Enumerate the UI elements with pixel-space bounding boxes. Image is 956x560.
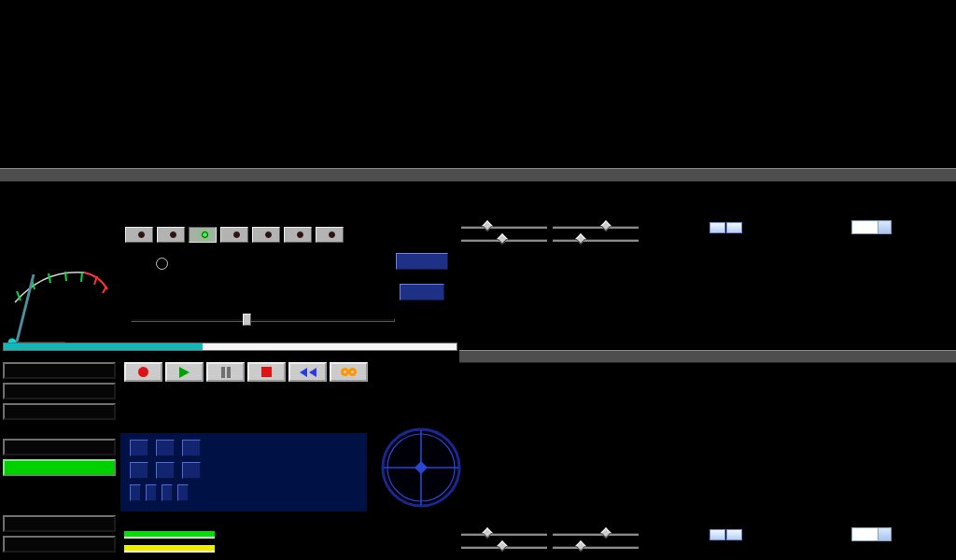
soundcard-button[interactable] xyxy=(3,362,116,379)
spectrum-range-slider[interactable] xyxy=(553,236,639,245)
dsp-row xyxy=(130,484,367,501)
rf-waterfall[interactable] xyxy=(467,246,949,349)
cpu-total-meter xyxy=(124,545,221,553)
overview-spectrum-canvas[interactable] xyxy=(0,182,956,219)
cw-fullbw-button[interactable] xyxy=(177,484,189,501)
slider-handle[interactable] xyxy=(575,233,585,244)
freqmgr-button[interactable] xyxy=(396,253,448,270)
pause-button[interactable] xyxy=(206,362,245,382)
rewind-button[interactable] xyxy=(288,362,327,382)
cpu-hdsdr-bar xyxy=(124,531,215,539)
despread-button[interactable] xyxy=(182,462,201,479)
s-meter-tick-red xyxy=(103,287,106,293)
overview-waterfall[interactable] xyxy=(0,0,956,168)
agc-button[interactable] xyxy=(156,462,175,479)
cw-zap-button[interactable] xyxy=(130,484,141,501)
stop-button[interactable] xyxy=(247,362,286,382)
rf-spectrum[interactable] xyxy=(467,364,949,525)
s-meter-tick-red xyxy=(94,276,97,285)
cpu-total-bar xyxy=(124,545,215,553)
rbw-increase-icon[interactable] xyxy=(726,529,742,540)
mute-button[interactable] xyxy=(130,462,148,479)
waterfall-control-bar-top xyxy=(459,220,956,247)
dsp-row xyxy=(130,440,367,456)
rbw-spinner xyxy=(710,222,742,233)
playback-progress-bar[interactable] xyxy=(3,343,457,351)
slider-handle[interactable] xyxy=(600,527,611,538)
chevron-down-icon[interactable] xyxy=(878,221,891,233)
s-meter-tick xyxy=(65,272,66,281)
play-icon xyxy=(179,367,190,378)
slider-handle[interactable] xyxy=(497,540,507,551)
mode-button-row xyxy=(125,227,344,243)
lo-channel-badge xyxy=(156,258,168,270)
waterfall-brightness-slider[interactable] xyxy=(461,530,547,539)
volume-slider[interactable] xyxy=(131,314,395,326)
waterfall-control-bar-bottom xyxy=(459,527,956,554)
led-icon xyxy=(202,231,208,238)
rbw-decrease-icon[interactable] xyxy=(710,529,725,540)
led-icon xyxy=(170,231,176,238)
led-icon xyxy=(297,231,303,238)
s-meter[interactable] xyxy=(2,231,120,353)
slider-handle[interactable] xyxy=(497,233,507,244)
dsp-row xyxy=(130,462,367,479)
mode-button-drm[interactable] xyxy=(316,227,344,243)
record-icon xyxy=(138,367,148,377)
rbw-increase-icon[interactable] xyxy=(726,222,742,233)
options-button[interactable] xyxy=(3,403,116,420)
rewind-icon xyxy=(309,368,316,377)
avg-dropdown[interactable] xyxy=(851,220,892,234)
chevron-down-icon[interactable] xyxy=(878,528,891,540)
mode-button-usb[interactable] xyxy=(252,227,280,243)
cpu-hdsdr-meter xyxy=(124,531,221,539)
minimize-button[interactable] xyxy=(3,515,116,532)
slider-track xyxy=(461,533,547,536)
mode-button-ecss[interactable] xyxy=(157,227,185,243)
slider-handle[interactable] xyxy=(482,220,492,231)
slider-handle[interactable] xyxy=(600,220,611,231)
slider-track xyxy=(553,533,639,536)
nb-button[interactable] xyxy=(156,440,175,456)
spectrum-gain-slider[interactable] xyxy=(461,236,547,245)
volume-slider-handle[interactable] xyxy=(243,314,251,326)
mode-button-fm[interactable] xyxy=(189,227,217,243)
loop-icon xyxy=(348,368,357,376)
extio-button[interactable] xyxy=(400,284,444,301)
rbw-decrease-icon[interactable] xyxy=(710,222,725,233)
led-icon xyxy=(138,231,145,238)
nr-button[interactable] xyxy=(130,440,148,456)
info-update-button[interactable] xyxy=(3,439,116,455)
record-button[interactable] xyxy=(124,362,162,382)
stop-icon xyxy=(261,367,272,377)
cw-afc-button[interactable] xyxy=(146,484,157,501)
dsp-panel xyxy=(120,433,367,511)
playback-progress-fill xyxy=(4,343,203,350)
spectrum-gain-slider[interactable] xyxy=(461,543,547,552)
spectrum-range-slider[interactable] xyxy=(553,543,639,552)
notch-button[interactable] xyxy=(182,440,201,456)
slider-handle[interactable] xyxy=(482,527,492,538)
waterfall-brightness-slider[interactable] xyxy=(461,223,547,231)
play-button[interactable] xyxy=(165,362,204,382)
exit-button[interactable] xyxy=(3,536,116,553)
waterfall-contrast-slider[interactable] xyxy=(553,530,639,539)
rf-frequency-scale[interactable] xyxy=(459,350,956,363)
mode-button-am[interactable] xyxy=(125,227,153,243)
cw-peak-button[interactable] xyxy=(162,484,173,501)
phase-dial xyxy=(378,420,464,515)
overview-frequency-scale[interactable] xyxy=(0,168,956,182)
s-meter-needle xyxy=(15,274,34,349)
samplerate-button[interactable] xyxy=(3,383,116,399)
pause-icon xyxy=(221,367,225,378)
slider-handle[interactable] xyxy=(575,540,585,551)
overview-spectrum[interactable] xyxy=(0,182,956,219)
waterfall-contrast-slider[interactable] xyxy=(553,223,639,231)
s-meter-tick xyxy=(49,273,50,283)
led-icon xyxy=(265,231,272,238)
avg-dropdown[interactable] xyxy=(851,527,892,541)
fullscreen-button[interactable] xyxy=(3,459,116,476)
loop-button[interactable] xyxy=(330,362,368,382)
mode-button-cw[interactable] xyxy=(284,227,312,243)
mode-button-lsb[interactable] xyxy=(220,227,248,243)
